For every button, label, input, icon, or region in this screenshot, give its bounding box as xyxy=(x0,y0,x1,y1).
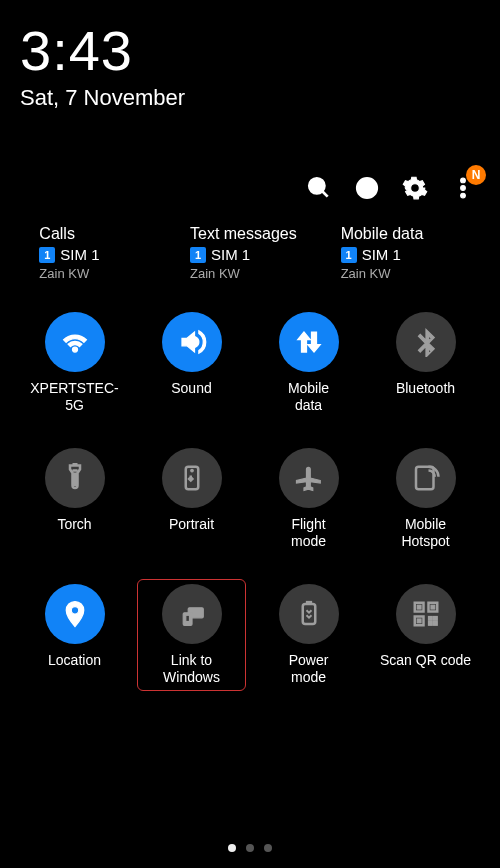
portrait-icon xyxy=(162,448,222,508)
torch-icon xyxy=(45,448,105,508)
quick-tile-label: Torch xyxy=(57,516,91,550)
svg-point-4 xyxy=(461,178,466,183)
quick-tile-label: Mobile data xyxy=(288,380,329,414)
quick-tile-label: Location xyxy=(48,652,101,686)
page-indicator xyxy=(16,836,484,868)
sim-selector-text-messages[interactable]: Text messages1SIM 1Zain KW xyxy=(190,225,310,281)
quick-tile-sound[interactable]: Sound xyxy=(137,307,246,419)
power-icon xyxy=(279,584,339,644)
sim-carrier: Zain KW xyxy=(341,266,391,281)
quick-tiles-grid: XPERTSTEC-5GSoundMobile dataBluetoothTor… xyxy=(16,303,484,836)
sim-selector-calls[interactable]: Calls1SIM 1Zain KW xyxy=(39,225,159,281)
sim-number-badge: 1 xyxy=(341,247,357,263)
quick-tile-mobiledata[interactable]: Mobile data xyxy=(254,307,363,419)
settings-gear-icon[interactable] xyxy=(402,175,428,201)
sim-line: 1SIM 1 xyxy=(341,246,401,263)
clock-time: 3:43 xyxy=(20,18,480,83)
quick-tile-label: Flight mode xyxy=(291,516,326,550)
updown-icon xyxy=(279,312,339,372)
sim-selector-mobile-data[interactable]: Mobile data1SIM 1Zain KW xyxy=(341,225,461,281)
sim-number-badge: 1 xyxy=(190,247,206,263)
quick-tile-qr[interactable]: Scan QR code xyxy=(371,579,480,691)
sound-icon xyxy=(162,312,222,372)
page-dot[interactable] xyxy=(246,844,254,852)
quick-tile-label: Power mode xyxy=(289,652,329,686)
quick-tile-label: Sound xyxy=(171,380,211,414)
svg-line-1 xyxy=(322,191,327,196)
linkwin-icon xyxy=(162,584,222,644)
clock-date: Sat, 7 November xyxy=(20,85,480,111)
quick-tile-linkwin[interactable]: Link to Windows xyxy=(137,579,246,691)
clock-block: 3:43 Sat, 7 November xyxy=(16,0,484,119)
search-icon[interactable] xyxy=(306,175,332,201)
quick-tile-label: XPERTSTEC-5G xyxy=(23,380,126,414)
quick-tile-hotspot[interactable]: Mobile Hotspot xyxy=(371,443,480,555)
sim-selector-row: Calls1SIM 1Zain KWText messages1SIM 1Zai… xyxy=(16,221,484,303)
location-icon xyxy=(45,584,105,644)
quick-settings-panel: 3:43 Sat, 7 November N Calls1SIM 1Zain K… xyxy=(0,0,500,868)
hotspot-icon xyxy=(396,448,456,508)
qr-icon xyxy=(396,584,456,644)
sim-label: SIM 1 xyxy=(211,246,250,263)
quick-tile-label: Mobile Hotspot xyxy=(401,516,449,550)
sim-label: SIM 1 xyxy=(60,246,99,263)
svg-point-5 xyxy=(461,186,466,191)
quick-tile-bluetooth[interactable]: Bluetooth xyxy=(371,307,480,419)
sim-carrier: Zain KW xyxy=(190,266,240,281)
svg-point-0 xyxy=(309,178,324,193)
quick-tile-flight[interactable]: Flight mode xyxy=(254,443,363,555)
notification-badge: N xyxy=(466,165,486,185)
quick-tile-location[interactable]: Location xyxy=(20,579,129,691)
quick-tile-power[interactable]: Power mode xyxy=(254,579,363,691)
actions-row: N xyxy=(16,119,484,221)
quick-tile-torch[interactable]: Torch xyxy=(20,443,129,555)
quick-tile-wifi[interactable]: XPERTSTEC-5G xyxy=(20,307,129,419)
sim-group-title: Mobile data xyxy=(341,225,424,243)
page-dot[interactable] xyxy=(264,844,272,852)
sim-label: SIM 1 xyxy=(362,246,401,263)
quick-tile-label: Bluetooth xyxy=(396,380,455,414)
sim-group-title: Text messages xyxy=(190,225,297,243)
quick-tile-portrait[interactable]: Portrait xyxy=(137,443,246,555)
sim-group-title: Calls xyxy=(39,225,75,243)
quick-tile-label: Scan QR code xyxy=(380,652,471,686)
sim-line: 1SIM 1 xyxy=(190,246,250,263)
page-dot[interactable] xyxy=(228,844,236,852)
flight-icon xyxy=(279,448,339,508)
sim-line: 1SIM 1 xyxy=(39,246,99,263)
wifi-icon xyxy=(45,312,105,372)
quick-tile-label: Portrait xyxy=(169,516,214,550)
sim-carrier: Zain KW xyxy=(39,266,89,281)
svg-point-6 xyxy=(461,193,466,198)
quick-tile-label: Link to Windows xyxy=(163,652,220,686)
sim-number-badge: 1 xyxy=(39,247,55,263)
more-menu-icon[interactable]: N xyxy=(450,175,476,201)
power-icon[interactable] xyxy=(354,175,380,201)
bluetooth-icon xyxy=(396,312,456,372)
